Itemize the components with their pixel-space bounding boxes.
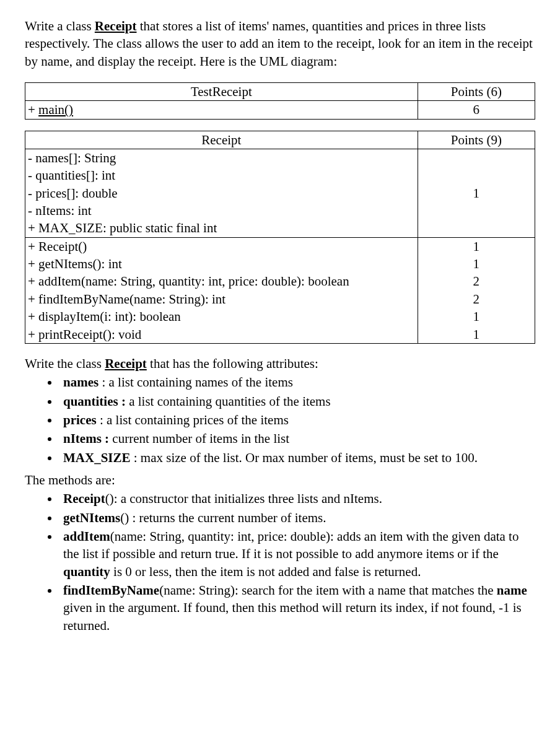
method-bullet: findItemByName(name: String): search for… xyxy=(59,582,535,634)
t2-methods-pts-cell: 1 1 2 2 1 1 xyxy=(418,237,535,343)
t2-method: + displayItem(i: int): boolean xyxy=(28,308,415,325)
method-bullet-list: Receipt(): a constructor that initialize… xyxy=(25,490,535,634)
t2-method-pts: 1 xyxy=(418,326,535,343)
method-bullet: addItem(name: String, quantity: int, pri… xyxy=(59,528,535,580)
t1-row1-left: + main() xyxy=(25,101,418,119)
t1-header-left: TestReceipt xyxy=(25,83,418,101)
method-bullet: Receipt(): a constructor that initialize… xyxy=(59,490,535,507)
t2-attr: - names[]: String xyxy=(28,149,415,167)
t2-header-right: Points (9) xyxy=(418,131,535,149)
t2-attr: + MAX_SIZE: public static final int xyxy=(28,219,415,237)
t2-methods-cell: + Receipt() + getNItems(): int + addItem… xyxy=(25,237,418,343)
t2-method: + Receipt() xyxy=(28,238,415,255)
t2-attrs-pts: 1 xyxy=(418,149,535,238)
attr-bullet: quantities : a list containing quantitie… xyxy=(59,393,535,410)
method-bullet: getNItems() : returns the current number… xyxy=(59,509,535,526)
t2-attr: - prices[]: double xyxy=(28,185,415,202)
intro-classname: Receipt xyxy=(95,19,137,33)
uml-table-receipt: Receipt Points (9) - names[]: String - q… xyxy=(25,131,535,344)
t2-method: + addItem(name: String, quantity: int, p… xyxy=(28,273,415,290)
t2-method-pts: 2 xyxy=(418,273,535,290)
t2-method-pts: 1 xyxy=(418,255,535,273)
t1-row1-right: 6 xyxy=(418,101,535,119)
attr-desc-heading: Write the class Receipt that has the fol… xyxy=(25,355,535,372)
t2-attrs-cell: - names[]: String - quantities[]: int - … xyxy=(25,149,418,238)
intro-pre: Write a class xyxy=(25,19,95,33)
t2-method-pts: 1 xyxy=(418,308,535,325)
attr-bullet: nItems : current number of items in the … xyxy=(59,430,535,447)
attr-bullet-list: names : a list containing names of the i… xyxy=(25,373,535,466)
attr-bullet: names : a list containing names of the i… xyxy=(59,373,535,391)
intro-paragraph: Write a class Receipt that stores a list… xyxy=(25,17,535,70)
uml-table-testreceipt: TestReceipt Points (6) + main() 6 xyxy=(25,82,535,120)
t2-attr: - quantities[]: int xyxy=(28,167,415,184)
t2-method-pts: 1 xyxy=(418,238,535,255)
t2-method: + getNItems(): int xyxy=(28,255,415,273)
t2-method: + printReceipt(): void xyxy=(28,326,415,343)
t2-header-left: Receipt xyxy=(25,131,418,149)
attr-bullet: prices : a list containing prices of the… xyxy=(59,411,535,429)
method-desc-heading: The methods are: xyxy=(25,471,535,489)
t2-attr: - nItems: int xyxy=(28,202,415,219)
t1-header-right: Points (6) xyxy=(418,83,535,101)
attr-bullet: MAX_SIZE : max size of the list. Or max … xyxy=(59,449,535,466)
t2-method: + findItemByName(name: String): int xyxy=(28,290,415,308)
t2-method-pts: 2 xyxy=(418,290,535,308)
